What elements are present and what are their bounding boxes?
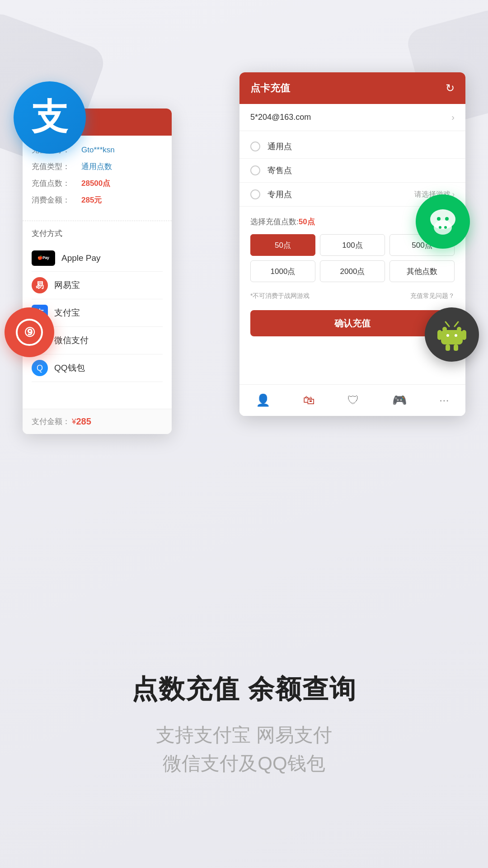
points-btn-1000[interactable]: 1000点	[250, 260, 315, 282]
nav-shop[interactable]: 🛍	[303, 393, 315, 407]
points-value: 28500点	[81, 178, 110, 189]
account-value: Gto***ksn	[81, 146, 115, 155]
svg-line-17	[446, 322, 449, 326]
float-android-icon	[425, 307, 479, 362]
option-special-label: 专用点	[267, 189, 292, 200]
wechat-svg	[427, 206, 459, 237]
chevron-right-icon: ›	[451, 112, 455, 123]
order-amount-row: 消费金额： 285元	[32, 195, 163, 205]
nav-game[interactable]: 🎮	[392, 393, 407, 407]
right-card-title: 点卡充值	[250, 81, 290, 95]
points-btn-100[interactable]: 100点	[320, 234, 385, 256]
payment-section: 支付方式 🍎Pay Apple Pay 易 网易宝 支 支付宝 ✓ 微信支付	[23, 221, 172, 389]
qq-wallet-label: QQ钱包	[54, 362, 85, 374]
faq-link[interactable]: 充值常见问题？	[410, 292, 455, 300]
payment-total: 支付金额： ¥ 285	[23, 409, 172, 434]
netease-svg: ⑨	[14, 316, 45, 348]
svg-point-16	[455, 334, 457, 337]
bottom-text-section: 点数充值 余额查询 支持支付宝 网易支付 微信支付及QQ钱包	[0, 672, 488, 778]
netease-icon: 易	[32, 277, 48, 293]
nav-profile[interactable]: 👤	[256, 393, 270, 407]
sub-line-2: 微信支付及QQ钱包	[27, 749, 461, 778]
option-general[interactable]: 通用点	[239, 135, 465, 159]
qq-wallet-option[interactable]: Q QQ钱包	[32, 354, 163, 382]
svg-rect-12	[462, 330, 466, 340]
payment-title: 支付方式	[32, 228, 163, 239]
svg-point-15	[446, 334, 449, 337]
type-value: 通用点数	[81, 161, 112, 172]
option-consignment-label: 寄售点	[267, 165, 292, 176]
netease-pay-option[interactable]: 易 网易宝	[32, 272, 163, 299]
confirm-button[interactable]: 确认充值	[250, 310, 455, 336]
android-svg	[436, 318, 468, 351]
total-label: 支付金额：	[32, 416, 70, 427]
svg-rect-13	[446, 344, 450, 351]
alipay-char: 支	[32, 93, 68, 142]
type-label: 充值类型：	[32, 161, 81, 172]
netease-pay-label: 网易宝	[54, 279, 80, 291]
sub-line-1: 支持支付宝 网易支付	[27, 721, 461, 749]
email-row[interactable]: 5*204@163.com ›	[239, 104, 465, 131]
option-consignment[interactable]: 寄售点	[239, 159, 465, 183]
alipay-label: 支付宝	[54, 307, 80, 319]
main-title: 点数充值 余额查询	[27, 672, 461, 707]
points-label: 充值点数：	[32, 178, 81, 189]
svg-point-1	[437, 217, 441, 221]
order-type-row: 充值类型： 通用点数	[32, 161, 163, 172]
apple-pay-option[interactable]: 🍎Pay Apple Pay	[32, 245, 163, 272]
left-card: 订单确认 充值帐号： Gto***ksn 充值类型： 通用点数 充值点数： 28…	[23, 108, 172, 434]
float-wechat-icon	[416, 194, 470, 249]
radio-special	[250, 189, 260, 199]
sub-title: 支持支付宝 网易支付 微信支付及QQ钱包	[27, 721, 461, 778]
svg-rect-10	[441, 330, 463, 344]
svg-text:⑨: ⑨	[24, 326, 35, 340]
amount-label: 消费金额：	[32, 195, 81, 205]
svg-point-3	[434, 220, 452, 235]
refresh-icon[interactable]: ↻	[446, 82, 455, 94]
nav-shield[interactable]: 🛡	[347, 393, 359, 407]
wechat-pay-label: 微信支付	[54, 335, 89, 346]
svg-rect-11	[437, 330, 442, 340]
svg-rect-14	[454, 344, 458, 351]
apple-pay-label: Apple Pay	[61, 253, 101, 263]
float-netease-icon: ⑨	[5, 307, 54, 357]
disclaimer-text: *不可消费于战网游戏	[250, 292, 310, 300]
radio-general	[250, 142, 260, 151]
points-btn-50[interactable]: 50点	[250, 234, 315, 256]
screenshot-area: 订单确认 充值帐号： Gto***ksn 充值类型： 通用点数 充值点数： 28…	[23, 72, 465, 443]
svg-point-2	[445, 217, 449, 221]
radio-consignment	[250, 165, 260, 175]
total-amount: 285	[76, 416, 91, 427]
option-general-label: 通用点	[267, 141, 292, 152]
apple-pay-icon: 🍎Pay	[32, 250, 55, 266]
svg-line-18	[455, 322, 458, 326]
email-value: 5*204@163.com	[250, 113, 311, 122]
amount-value: 285元	[81, 195, 102, 205]
points-btn-other[interactable]: 其他点数	[389, 260, 455, 282]
order-points-row: 充值点数： 28500点	[32, 178, 163, 189]
svg-point-5	[444, 226, 447, 229]
svg-point-4	[439, 226, 441, 229]
points-selected-label: 50点	[299, 217, 315, 226]
right-card-header: 点卡充值 ↻	[239, 72, 465, 104]
bottom-nav: 👤 🛍 🛡 🎮 ···	[239, 384, 465, 416]
disclaimer: *不可消费于战网游戏 充值常见问题？	[239, 289, 465, 303]
qq-icon: Q	[32, 360, 48, 376]
total-symbol: ¥	[72, 417, 76, 426]
nav-more[interactable]: ···	[439, 393, 449, 407]
float-alipay-icon: 支	[14, 81, 86, 154]
points-btn-2000[interactable]: 2000点	[320, 260, 385, 282]
